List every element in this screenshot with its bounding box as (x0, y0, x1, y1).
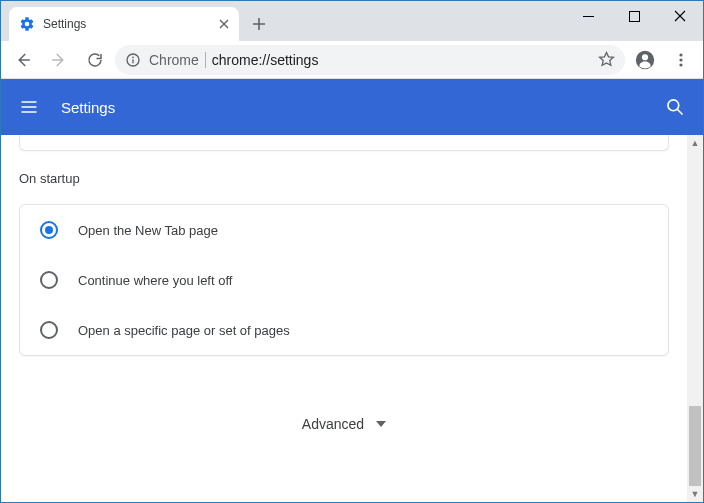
svg-point-8 (679, 63, 682, 66)
startup-option-continue[interactable]: Continue where you left off (20, 255, 668, 305)
radio-label: Open a specific page or set of pages (78, 323, 290, 338)
startup-options-card: Open the New Tab page Continue where you… (19, 204, 669, 356)
scrollbar-thumb[interactable] (689, 406, 701, 486)
svg-rect-0 (629, 11, 639, 21)
new-tab-button[interactable] (245, 10, 273, 38)
radio-label: Continue where you left off (78, 273, 232, 288)
advanced-toggle[interactable]: Advanced (17, 416, 671, 462)
url-scheme-label: Chrome (149, 52, 199, 68)
site-info-icon[interactable] (125, 52, 141, 68)
svg-point-6 (679, 53, 682, 56)
tab-title: Settings (43, 17, 211, 31)
scrollbar[interactable]: ▲ ▼ (687, 135, 703, 502)
chevron-down-icon (376, 421, 386, 427)
window-maximize-button[interactable] (611, 1, 657, 31)
radio-icon (40, 321, 58, 339)
back-button[interactable] (7, 44, 39, 76)
tab-close-icon[interactable] (219, 19, 229, 29)
address-bar[interactable]: Chrome chrome://settings (115, 45, 625, 75)
browser-toolbar: Chrome chrome://settings (1, 41, 703, 79)
url-display: Chrome chrome://settings (149, 52, 590, 68)
profile-avatar-button[interactable] (629, 44, 661, 76)
browser-tab[interactable]: Settings (9, 7, 239, 41)
window-titlebar: Settings (1, 1, 703, 41)
window-minimize-button[interactable] (565, 1, 611, 31)
svg-point-7 (679, 58, 682, 61)
radio-icon (40, 271, 58, 289)
settings-header: Settings (1, 79, 703, 135)
scroll-up-icon[interactable]: ▲ (687, 135, 703, 151)
url-path: chrome://settings (212, 52, 319, 68)
reload-button[interactable] (79, 44, 111, 76)
section-title-startup: On startup (19, 171, 669, 186)
url-divider (205, 52, 206, 68)
browser-menu-button[interactable] (665, 44, 697, 76)
svg-point-2 (132, 56, 134, 58)
window-controls (565, 1, 703, 31)
header-title: Settings (61, 99, 643, 116)
radio-label: Open the New Tab page (78, 223, 218, 238)
startup-option-new-tab[interactable]: Open the New Tab page (20, 205, 668, 255)
svg-point-5 (642, 54, 648, 60)
bookmark-star-icon[interactable] (598, 51, 615, 68)
search-icon[interactable] (663, 95, 687, 119)
scroll-down-icon[interactable]: ▼ (687, 486, 703, 502)
svg-rect-3 (132, 59, 133, 63)
svg-point-9 (668, 100, 679, 111)
forward-button[interactable] (43, 44, 75, 76)
advanced-label: Advanced (302, 416, 364, 432)
previous-section-card (19, 135, 669, 151)
startup-option-specific-pages[interactable]: Open a specific page or set of pages (20, 305, 668, 355)
window-close-button[interactable] (657, 1, 703, 31)
settings-gear-icon (19, 16, 35, 32)
menu-icon[interactable] (17, 95, 41, 119)
radio-icon (40, 221, 58, 239)
settings-content: On startup Open the New Tab page Continu… (1, 135, 687, 502)
